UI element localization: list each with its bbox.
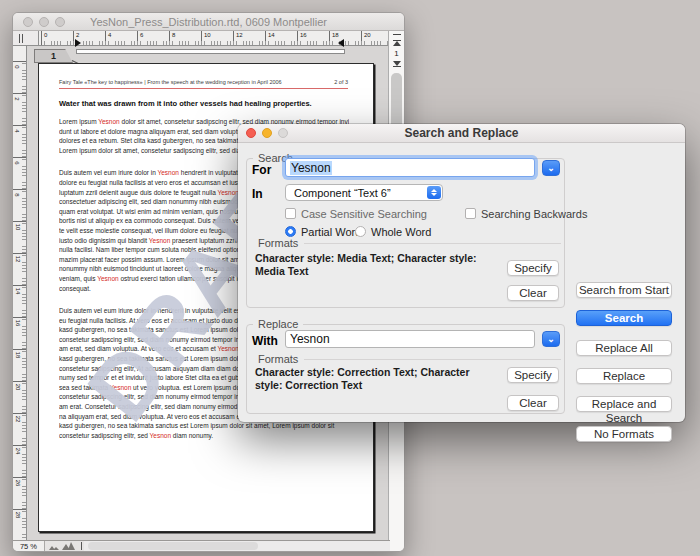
ruler-tick (233, 31, 234, 46)
ruler-tick (13, 157, 27, 158)
whole-word-radio[interactable] (355, 226, 366, 237)
replace-history-dropdown[interactable]: ⌄ (542, 331, 560, 347)
ruler-number: 28 (15, 512, 21, 519)
horizontal-scroll-thumb[interactable] (88, 542, 258, 550)
ruler-number: 8 (14, 193, 20, 196)
ruler-tick (13, 285, 27, 286)
searching-backwards-checkbox[interactable] (465, 208, 476, 219)
search-specify-button[interactable]: Specify (507, 260, 559, 276)
no-formats-button[interactable]: No Formats (576, 426, 672, 442)
ruler-tick (297, 31, 298, 46)
divider (81, 542, 82, 550)
tab-stop-icon (19, 34, 20, 43)
ruler-number: 4 (108, 32, 111, 38)
partial-word-label: Partial Word (301, 226, 361, 238)
replace-with-input[interactable]: Yesnon (285, 330, 535, 348)
ruler-number: 12 (15, 256, 21, 263)
divider (304, 243, 561, 244)
ruler-number: 18 (332, 32, 339, 38)
search-replace-dialog: Search and Replace Search For Yesnon ⌄ I… (238, 124, 685, 422)
case-sensitive-label: Case Sensitive Searching (301, 208, 427, 220)
search-for-input[interactable]: Yesnon (285, 158, 535, 177)
whole-word-label: Whole Word (371, 226, 431, 238)
popup-stepper-icon (427, 186, 441, 199)
ruler-tick (13, 93, 27, 94)
ruler-number: 0 (14, 65, 20, 68)
next-page-button[interactable] (393, 61, 401, 67)
replace-and-search-button[interactable]: Replace and Search (576, 396, 672, 412)
ruler-tick (169, 31, 170, 46)
ruler-tick (361, 31, 362, 46)
minimize-icon[interactable] (262, 128, 272, 138)
right-margin-marker-icon[interactable] (338, 39, 344, 47)
ruler-tick (105, 31, 106, 46)
replace-clear-button[interactable]: Clear (507, 395, 559, 411)
search-match: Yesnon (158, 169, 179, 176)
case-sensitive-checkbox[interactable] (285, 208, 296, 219)
ruler-number: 26 (15, 480, 21, 487)
chevron-down-icon: ⌄ (547, 163, 555, 173)
ruler-tick (73, 31, 74, 46)
previous-page-button[interactable] (393, 40, 401, 46)
ruler-number: 0 (44, 32, 47, 38)
current-page-indicator: 1 (394, 49, 398, 58)
replace-with-value: Yesnon (290, 332, 330, 346)
search-history-dropdown[interactable]: ⌄ (542, 160, 560, 176)
minimize-icon[interactable] (39, 17, 49, 27)
zoom-in-icon[interactable] (62, 541, 75, 550)
close-icon[interactable] (246, 128, 256, 138)
replace-button[interactable]: Replace (576, 368, 672, 384)
ruler-number: 22 (15, 416, 21, 423)
page-count: 2 of 3 (334, 79, 348, 85)
chevron-down-icon: ⌄ (547, 334, 555, 344)
search-formats-value: Character style: Media Text; Character s… (255, 252, 500, 277)
ruler-tick (13, 221, 27, 222)
ruler-number: 10 (204, 32, 211, 38)
search-formats-label: Formats (258, 237, 298, 249)
ruler-tick (13, 445, 27, 446)
zoom-icon[interactable] (55, 17, 65, 27)
search-match: Yesnon (97, 275, 118, 282)
ruler-tick (13, 509, 27, 510)
zoom-controls (45, 541, 79, 551)
search-scope-value: Component “Text 6” (294, 187, 391, 199)
close-icon[interactable] (23, 17, 33, 27)
ruler-tick (13, 413, 27, 414)
traffic-lights (23, 17, 65, 27)
horizontal-scrollbar[interactable] (84, 541, 390, 551)
ruler-tick (265, 31, 266, 46)
search-button[interactable]: Search (576, 310, 672, 326)
searching-backwards-label: Searching Backwards (481, 208, 587, 220)
vertical-ruler[interactable]: 0246810121416182022242628 (13, 46, 27, 542)
dialog-titlebar[interactable]: Search and Replace (238, 124, 685, 143)
search-for-value: Yesnon (290, 161, 332, 175)
ruler-tick (13, 477, 27, 478)
ruler-number: 2 (14, 97, 20, 100)
zoom-out-icon[interactable] (49, 543, 59, 550)
search-clear-button[interactable]: Clear (507, 285, 559, 301)
left-margin-marker-icon[interactable] (75, 39, 81, 47)
replace-all-button[interactable]: Replace All (576, 340, 672, 356)
ruler-number: 20 (364, 32, 371, 38)
ruler-number: 24 (15, 448, 21, 455)
replace-specify-button[interactable]: Specify (507, 367, 559, 383)
zoom-level[interactable]: 75 % (13, 541, 45, 551)
ruler-number: 10 (15, 224, 21, 231)
ruler-corner (13, 31, 39, 46)
document-titlebar[interactable]: YesNon_Press_Distribution.rtd, 0609 Mont… (13, 13, 404, 31)
dialog-title: Search and Replace (404, 126, 518, 140)
zoom-icon (278, 128, 288, 138)
split-handle-icon[interactable] (393, 34, 401, 35)
ruler-tick (13, 349, 27, 350)
partial-word-radio[interactable] (285, 226, 296, 237)
search-scope-popup[interactable]: Component “Text 6” (285, 184, 443, 201)
search-from-start-button[interactable]: Search from Start (576, 282, 672, 298)
ruler-number: 18 (15, 352, 21, 359)
page-number-tab[interactable]: 1 (34, 49, 73, 63)
ruler-number: 2 (76, 32, 79, 38)
in-label: In (252, 187, 263, 201)
ruler-number: 14 (15, 288, 21, 295)
ruler-tick (137, 31, 138, 46)
tab-stop-icon (22, 34, 23, 43)
ruler-tick (13, 125, 27, 126)
